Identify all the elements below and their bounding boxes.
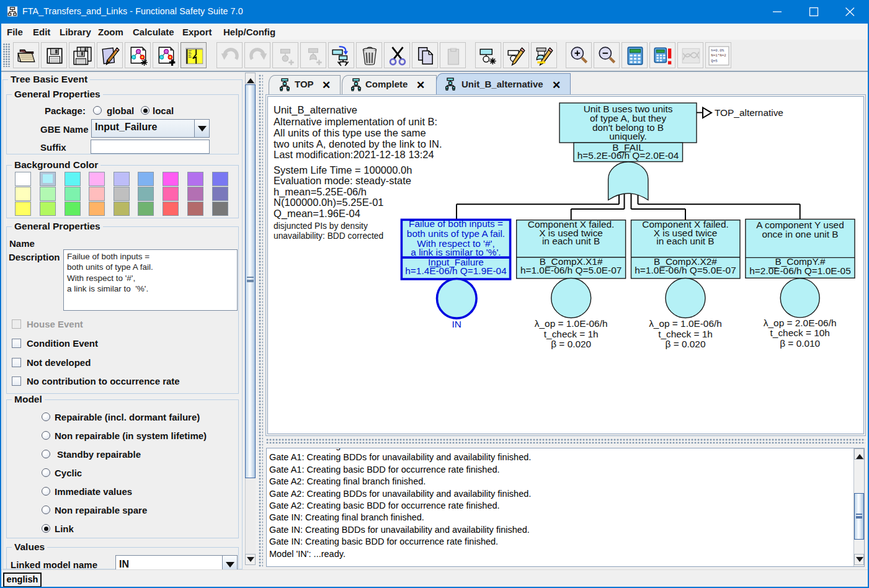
svg-text:h=1.4E-06/h Q=1.9E-04: h=1.4E-06/h Q=1.9E-04 bbox=[405, 265, 507, 276]
svg-text:Q_mean=1.96E-04: Q_mean=1.96E-04 bbox=[274, 208, 360, 220]
svg-text:N=1*N=2: N=1*N=2 bbox=[711, 53, 726, 58]
svg-text:β = 0.020: β = 0.020 bbox=[666, 339, 706, 349]
svg-text:h_mean=5.25E-06/h: h_mean=5.25E-06/h bbox=[274, 186, 367, 198]
svg-text:TOP_alternative: TOP_alternative bbox=[715, 107, 783, 118]
svg-text:All units of this type use the: All units of this type use the same bbox=[274, 127, 426, 138]
svg-text:unavailability: BDD corrected: unavailability: BDD corrected bbox=[274, 231, 383, 241]
svg-text:two units A, denoted by the li: two units A, denoted by the link to IN. bbox=[274, 138, 442, 149]
svg-text:h=2.0E-06/h Q=1.0E-05: h=2.0E-06/h Q=1.0E-05 bbox=[749, 265, 850, 276]
svg-text:h=1.0E-06/h Q=5.0E-07: h=1.0E-06/h Q=5.0E-07 bbox=[520, 265, 622, 275]
svg-text:disjuncted PIs by density: disjuncted PIs by density bbox=[274, 221, 368, 231]
svg-text:h=1.0E-06/h Q=5.0E-07: h=1.0E-06/h Q=5.0E-07 bbox=[635, 265, 736, 275]
svg-text:h=0.0%: h=0.0% bbox=[711, 48, 724, 53]
svg-text:λ_op = 2.0E-06/h: λ_op = 2.0E-06/h bbox=[764, 318, 837, 328]
svg-text:uniquely.: uniquely. bbox=[609, 131, 646, 141]
svg-text:t_check = 1h: t_check = 1h bbox=[658, 329, 713, 339]
svg-text:Last modification:2021-12-18 1: Last modification:2021-12-18 13:24 bbox=[274, 149, 434, 160]
svg-text:λ_op = 1.0E-06/h: λ_op = 1.0E-06/h bbox=[649, 318, 722, 329]
svg-text:t_check = 10h: t_check = 10h bbox=[770, 327, 830, 338]
svg-text:λ_op = 1.0E-06/h: λ_op = 1.0E-06/h bbox=[535, 318, 608, 329]
svg-text:Failue of both inputs =: Failue of both inputs = bbox=[409, 218, 503, 229]
svg-text:β = 0.010: β = 0.010 bbox=[780, 338, 820, 349]
svg-text:a link is similar to '%'.: a link is similar to '%'. bbox=[411, 247, 501, 257]
svg-text:in each unit B: in each unit B bbox=[542, 236, 600, 246]
svg-text:Unit_B_alternative: Unit_B_alternative bbox=[274, 104, 357, 116]
svg-text:Q=5: Q=5 bbox=[711, 59, 718, 63]
svg-text:N(100000.0h)=5.25E-01: N(100000.0h)=5.25E-01 bbox=[274, 197, 384, 208]
svg-text:Alternative implementation of: Alternative implementation of unit B: bbox=[274, 116, 437, 127]
svg-text:β = 0.020: β = 0.020 bbox=[551, 339, 591, 349]
svg-text:once in one unit B: once in one unit B bbox=[762, 229, 838, 239]
svg-text:both units of type A fail.: both units of type A fail. bbox=[407, 228, 505, 239]
svg-text:Evaluation mode: steady-state: Evaluation mode: steady-state bbox=[274, 175, 411, 186]
svg-text:IN: IN bbox=[452, 319, 461, 329]
svg-text:t_check = 1h: t_check = 1h bbox=[544, 329, 599, 339]
svg-text:in each unit B: in each unit B bbox=[656, 236, 714, 246]
svg-text:System Life Time = 100000.0h: System Life Time = 100000.0h bbox=[274, 164, 412, 176]
